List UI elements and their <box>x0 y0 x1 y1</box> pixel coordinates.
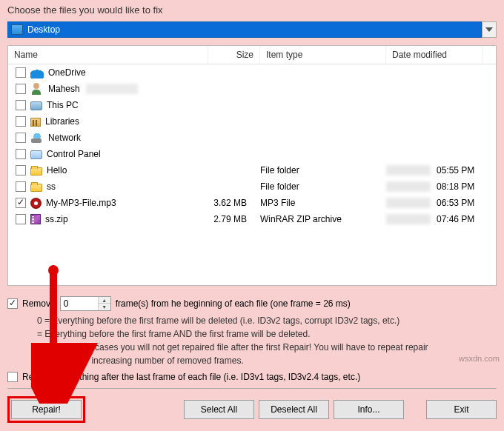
file-size: 2.79 MB <box>202 214 254 224</box>
file-checkbox[interactable] <box>16 181 26 192</box>
file-type: MP3 File <box>254 198 380 208</box>
file-row[interactable]: OneDrive <box>8 64 496 81</box>
watermark: wsxdn.com <box>459 354 500 363</box>
column-headers: Name Size Item type Date modified <box>8 46 496 64</box>
dialog-title: Choose the files you would like to fix <box>0 0 504 19</box>
pc-icon <box>30 101 42 110</box>
file-name: Mahesh <box>48 84 80 94</box>
help-notes: 0 = Everything before the first frame wi… <box>37 314 497 367</box>
cloud-icon <box>30 67 44 78</box>
zip-icon <box>30 214 41 224</box>
path-field[interactable]: Desktop <box>7 21 482 38</box>
info-button[interactable]: Info... <box>334 400 404 419</box>
net-icon <box>30 132 44 144</box>
file-date: 08:18 PM <box>380 181 477 192</box>
select-all-button[interactable]: Select All <box>184 400 254 419</box>
frames-spinner[interactable]: ▲ ▼ <box>60 296 111 311</box>
file-type: WinRAR ZIP archive <box>254 214 380 224</box>
path-selector: Desktop <box>7 21 497 38</box>
folder-icon <box>30 184 42 192</box>
header-date[interactable]: Date modified <box>386 46 483 64</box>
redacted <box>86 84 138 94</box>
file-row[interactable]: Mahesh <box>8 81 496 97</box>
mp3-icon <box>30 198 42 209</box>
path-dropdown-button[interactable] <box>482 21 497 38</box>
file-type: File folder <box>254 165 380 176</box>
file-row[interactable]: My-MP3-File.mp33.62 MBMP3 File06:53 PM <box>8 195 496 211</box>
file-checkbox[interactable] <box>16 133 26 143</box>
frames-input[interactable] <box>61 297 98 310</box>
file-name: Libraries <box>45 116 79 127</box>
file-date: 06:53 PM <box>380 198 477 208</box>
file-name: My-MP3-File.mp3 <box>46 198 116 208</box>
exit-button[interactable]: Exit <box>426 400 497 419</box>
file-name: ss.zip <box>45 214 68 224</box>
remove-frames-row: Remove ▲ ▼ frame(s) from he beginning of… <box>7 296 497 311</box>
file-row[interactable]: HelloFile folder05:55 PM <box>8 162 496 178</box>
file-name: Network <box>48 133 81 143</box>
file-name: OneDrive <box>48 67 86 78</box>
remove-after-row: Remove everything after the last frame o… <box>7 372 497 389</box>
file-checkbox[interactable] <box>16 165 26 176</box>
header-size[interactable]: Size <box>208 46 260 64</box>
file-size: 3.62 MB <box>202 198 254 208</box>
file-row[interactable]: Control Panel <box>8 146 496 162</box>
spinner-up-icon[interactable]: ▲ <box>99 297 110 304</box>
file-date: 07:46 PM <box>380 214 477 224</box>
repair-button[interactable]: Repair! <box>11 400 82 419</box>
desktop-icon <box>11 24 23 35</box>
file-name: Hello <box>47 165 67 176</box>
file-checkbox[interactable] <box>16 84 26 94</box>
remove-label: Remove <box>22 298 56 309</box>
spinner-down-icon[interactable]: ▼ <box>99 304 110 310</box>
file-type: File folder <box>254 181 380 192</box>
file-date: 05:55 PM <box>380 165 477 176</box>
redacted-date <box>386 181 431 192</box>
svg-marker-0 <box>485 27 493 32</box>
note-line-2: = Everything before the first frame AND … <box>37 327 497 341</box>
note-line-4: procedure by increasing number of remove… <box>37 354 497 367</box>
remove-after-checkbox[interactable] <box>7 372 18 382</box>
header-name[interactable]: Name <box>8 46 208 64</box>
file-checkbox[interactable] <box>16 116 26 127</box>
redacted-date <box>386 214 431 224</box>
file-row[interactable]: This PC <box>8 97 496 113</box>
remove-suffix: frame(s) from he beginning of each file … <box>116 298 351 309</box>
folder-icon <box>30 167 42 176</box>
path-label: Desktop <box>27 24 60 35</box>
file-checkbox[interactable] <box>16 198 26 208</box>
chevron-down-icon <box>485 27 493 32</box>
cp-icon <box>30 150 42 159</box>
note-line-3: Note: In some cases you will not get rep… <box>37 341 497 354</box>
file-checkbox[interactable] <box>16 214 26 224</box>
file-checkbox[interactable] <box>16 100 26 110</box>
file-row[interactable]: ssFile folder08:18 PM <box>8 178 496 195</box>
deselect-all-button[interactable]: Deselect All <box>259 400 329 419</box>
remove-after-label: Remove everything after the last frame o… <box>22 372 360 382</box>
file-name: ss <box>47 181 56 192</box>
note-line-1: 0 = Everything before the first frame wi… <box>37 314 497 327</box>
redacted-date <box>386 198 431 208</box>
remove-checkbox[interactable] <box>7 298 18 309</box>
redacted-date <box>386 165 431 176</box>
file-name: Control Panel <box>47 149 101 159</box>
file-name: This PC <box>47 100 79 110</box>
header-type[interactable]: Item type <box>260 46 386 64</box>
file-row[interactable]: Network <box>8 130 496 146</box>
file-row[interactable]: Libraries <box>8 113 496 130</box>
file-checkbox[interactable] <box>16 149 26 159</box>
lib-icon <box>30 118 41 127</box>
file-checkbox[interactable] <box>16 67 26 78</box>
file-list: Name Size Item type Date modified OneDri… <box>7 45 497 286</box>
button-bar: Repair! Select All Deselect All Info... … <box>7 396 497 423</box>
user-icon <box>30 83 44 95</box>
file-row[interactable]: ss.zip2.79 MBWinRAR ZIP archive07:46 PM <box>8 211 496 227</box>
